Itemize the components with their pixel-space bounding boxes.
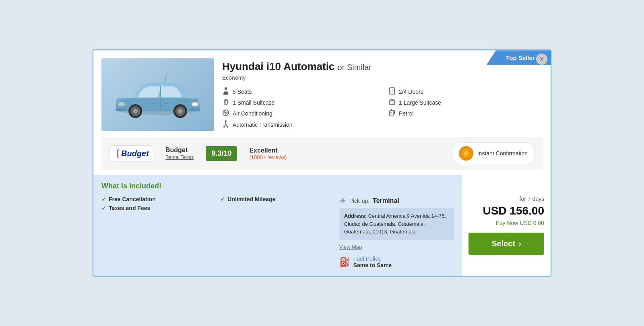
svg-rect-17 (164, 103, 169, 105)
features-grid: 5 Seats 2/4 Doors (222, 87, 543, 129)
rental-terms-link[interactable]: Rental Terms (165, 155, 194, 160)
check-free-cancellation: ✓ Free Cancellation (101, 196, 216, 202)
checklist-col2: ✓ Unlimited Mileage (220, 196, 335, 202)
address-label: Address: (344, 213, 367, 219)
doors-label: 2/4 Doors (399, 89, 423, 95)
select-label: Select (491, 239, 515, 248)
included-section: What is Included! ✓ Free Cancellation ✓ … (93, 175, 462, 276)
feature-seats: 5 Seats (222, 87, 376, 96)
svg-point-19 (225, 87, 227, 90)
instant-confirm-label: Instant Confirmation (477, 150, 528, 157)
provider-section: ❲ Budget Budget Rental Terms 9.3/10 Exce… (101, 137, 543, 170)
fuel-section: ⛽ Fuel Policy Same to Same (339, 256, 454, 268)
svg-point-13 (178, 109, 183, 113)
price-section: for 7 days USD 156.00 Pay Now USD 0.00 S… (462, 175, 551, 276)
svg-rect-4 (190, 109, 200, 111)
instant-confirmation-text: Instant Confirmation (477, 150, 528, 157)
svg-point-10 (133, 109, 138, 113)
svg-point-37 (225, 120, 227, 122)
price-days: for 7 days (520, 196, 544, 202)
select-button[interactable]: Select › (469, 233, 544, 255)
svg-rect-34 (390, 112, 392, 113)
reviews-count: 1000+ reviews (251, 154, 285, 160)
card-bottom: What is Included! ✓ Free Cancellation ✓ … (93, 175, 551, 276)
svg-point-22 (390, 91, 391, 91)
feature-ac: Air Conditioning (222, 109, 376, 118)
checkmark-icon: ✓ (101, 196, 106, 202)
select-arrow-icon: › (518, 239, 521, 248)
lightning-icon: ⚡ (459, 146, 473, 161)
rating-info: Excellent (1000+ reviews) (249, 147, 287, 160)
checkmark-icon-3: ✓ (220, 196, 225, 202)
budget-name-logo: Budget (121, 149, 149, 158)
unlimited-mileage-label: Unlimited Mileage (227, 196, 275, 202)
price-amount: USD 156.00 (483, 204, 544, 217)
provider-name: Budget (165, 146, 194, 154)
svg-point-23 (393, 91, 394, 91)
provider-info: Budget Rental Terms (165, 146, 194, 160)
pickup-location: Terminal (373, 197, 399, 204)
budget-logo: ❲ Budget (109, 145, 153, 161)
pay-now-label: Pay Now USD 0.00 (495, 220, 544, 226)
pickup-section: ✈ Pick-up: Terminal Address: Central Ame… (339, 196, 454, 268)
petrol-label: Petrol (399, 110, 414, 117)
svg-point-39 (227, 126, 228, 128)
large-suitcase-icon (388, 99, 396, 107)
included-content: ✓ Free Cancellation ✓ Taxes and Fees ✓ U… (101, 196, 454, 268)
car-category: Economy (222, 74, 543, 81)
transmission-label: Automatic Transmission (233, 122, 293, 128)
car-image (101, 58, 214, 131)
large-suitcase-label: 1 Large Suitcase (399, 99, 441, 106)
checkmark-icon-2: ✓ (101, 205, 106, 211)
taxes-fees-label: Taxes and Fees (109, 205, 150, 211)
budget-chevron-icon: ❲ (114, 148, 121, 159)
fuel-policy-label: Fuel Policy (353, 256, 381, 262)
free-cancellation-label: Free Cancellation (109, 196, 156, 202)
feature-doors: 2/4 Doors (388, 87, 543, 96)
checklist-col1: ✓ Free Cancellation ✓ Taxes and Fees (101, 196, 216, 211)
small-suitcase-icon (222, 99, 229, 107)
car-image-container (101, 58, 214, 131)
feature-large-suitcase: 1 Large Suitcase (388, 99, 543, 107)
ac-icon (222, 109, 229, 118)
card-header: Hyundai i10 Automatic or Similar Economy… (93, 50, 551, 137)
plane-icon: ✈ (339, 196, 346, 206)
fuel-icon: ⛽ (339, 257, 350, 267)
small-suitcase-label: 1 Small Suitcase (233, 99, 275, 106)
rating-label: Excellent (249, 147, 287, 154)
feature-transmission: Automatic Transmission (222, 120, 376, 129)
petrol-icon (388, 109, 396, 118)
feature-small-suitcase: 1 Small Suitcase (222, 99, 376, 107)
svg-point-6 (193, 103, 198, 106)
pickup-label: Pick-up: (349, 198, 370, 204)
seats-label: 5 Seats (233, 89, 252, 95)
address-box: Address: Central America 9 Avenida 14-75… (339, 208, 454, 240)
svg-point-7 (118, 102, 125, 106)
pickup-header: ✈ Pick-up: Terminal (339, 196, 454, 206)
included-title: What is Included! (101, 182, 454, 190)
check-taxes: ✓ Taxes and Fees (101, 205, 216, 211)
svg-line-18 (165, 73, 166, 83)
fuel-policy-value: Same to Same (353, 262, 392, 268)
fuel-policy-text: Fuel Policy Same to Same (353, 256, 392, 268)
svg-rect-16 (150, 103, 155, 105)
car-info: Hyundai i10 Automatic or Similar Economy… (222, 58, 543, 129)
doors-icon (388, 87, 396, 96)
rating-box: 9.3/10 (206, 146, 237, 161)
instant-confirmation: ⚡ Instant Confirmation (452, 142, 535, 164)
svg-point-14 (193, 99, 198, 103)
car-title-text: Hyundai i10 Automatic (222, 60, 334, 72)
car-rental-card: X Top Seller (93, 50, 551, 276)
feature-petrol: Petrol (388, 109, 543, 118)
view-map-link[interactable]: View Map (339, 244, 454, 250)
check-mileage: ✓ Unlimited Mileage (220, 196, 335, 202)
ac-label: Air Conditioning (233, 110, 272, 117)
svg-rect-3 (116, 109, 126, 111)
car-similar-text: or Similar (338, 63, 372, 72)
rating-reviews: (1000+ reviews) (249, 154, 287, 160)
transmission-icon (222, 120, 229, 129)
seats-icon (222, 87, 229, 96)
svg-point-38 (223, 126, 225, 128)
